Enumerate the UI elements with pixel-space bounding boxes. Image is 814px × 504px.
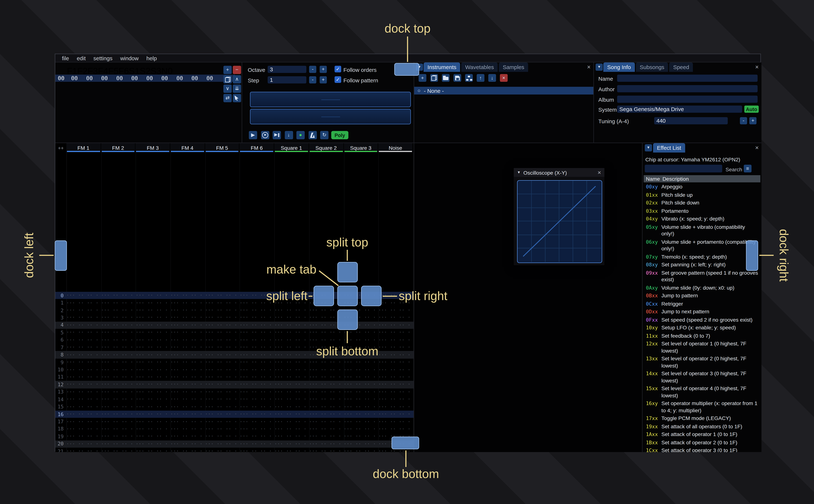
pattern-cell[interactable]: ··· ·· ·· ···	[169, 360, 203, 365]
pattern-cell[interactable]: ··· ·· ·· ···	[134, 323, 169, 328]
pattern-cell[interactable]: ··· ·· ·· ···	[169, 389, 203, 394]
pattern-cell[interactable]: ··· ·· ·· ···	[134, 389, 169, 394]
effect-row[interactable]: 05xyVolume slide + vibrato (compatibilit…	[644, 223, 761, 238]
pattern-cell[interactable]: ··· ·· ·· ···	[238, 345, 273, 350]
split-target-bottom[interactable]	[337, 309, 358, 330]
pattern-cell[interactable]: ··· ·· ·· ···	[377, 382, 412, 387]
pattern-cell[interactable]: ··· ·· ·· ···	[273, 441, 307, 446]
pattern-cell[interactable]: ··· ·· ·· ···	[169, 323, 203, 328]
pattern-cell[interactable]: ··· ·· ·· ···	[203, 449, 238, 452]
pattern-cell[interactable]: ··· ·· ·· ···	[203, 427, 238, 432]
pattern-cell[interactable]: ··· ·· ·· ···	[134, 434, 169, 439]
pattern-cell[interactable]: ··· ·· ·· ···	[65, 382, 99, 387]
pattern-cell[interactable]: ··· ·· ·· ···	[203, 323, 238, 328]
pattern-cell[interactable]: ··· ·· ·· ···	[169, 419, 203, 424]
pattern-cell[interactable]: ··· ·· ·· ···	[99, 315, 134, 320]
pattern-cell[interactable]: ··· ·· ·· ···	[203, 434, 238, 439]
pattern-cell[interactable]: ··· ·· ·· ···	[307, 419, 342, 424]
step-input[interactable]: 1	[268, 76, 306, 83]
save-instrument-button[interactable]	[454, 74, 461, 82]
order-cell[interactable]: 00	[187, 75, 202, 81]
pattern-cell[interactable]: ··· ·· ·· ···	[342, 389, 377, 394]
pattern-cell[interactable]: ··· ·· ·· ···	[342, 404, 377, 409]
song-author-input[interactable]	[617, 85, 758, 92]
tab-instruments[interactable]: Instruments	[424, 62, 460, 72]
effect-row[interactable]: 0CxxRetrigger	[644, 300, 761, 308]
pattern-cell[interactable]: ··· ·· ·· ···	[169, 315, 203, 320]
pattern-cell[interactable]: ··· ·· ·· ···	[377, 367, 412, 372]
pattern-cell[interactable]: ··· ·· ·· ···	[377, 337, 412, 342]
pattern-cell[interactable]: ··· ·· ·· ···	[203, 345, 238, 350]
order-cell[interactable]: 00	[82, 75, 97, 81]
pattern-cell[interactable]: ··· ·· ·· ···	[99, 345, 134, 350]
pattern-cell[interactable]: ··· ·· ·· ···	[238, 352, 273, 357]
pattern-cell[interactable]: ··· ·· ·· ···	[65, 389, 99, 394]
pattern-cell[interactable]: ··· ·· ·· ···	[377, 345, 412, 350]
menu-item-window[interactable]: window	[116, 54, 142, 62]
pattern-cell[interactable]: ··· ·· ·· ···	[342, 412, 377, 417]
pattern-cell[interactable]: ··· ·· ·· ···	[203, 412, 238, 417]
pattern-cell[interactable]: ··· ·· ·· ···	[377, 360, 412, 365]
order-cell[interactable]: 00	[67, 75, 82, 81]
duplicate-instrument-button[interactable]	[430, 74, 438, 82]
pattern-cell[interactable]: ··· ·· ·· ···	[134, 441, 169, 446]
pattern-cell[interactable]: ··· ·· ·· ···	[65, 375, 99, 380]
pattern-cell[interactable]: ··· ·· ·· ···	[169, 441, 203, 446]
duplicate-order-button[interactable]	[223, 75, 232, 83]
effect-row[interactable]: 0BxxJump to pattern	[644, 292, 761, 300]
pattern-cell[interactable]: ··· ·· ·· ···	[134, 308, 169, 313]
move-instrument-down-button[interactable]: ↓	[488, 74, 496, 82]
remove-order-button[interactable]: −	[233, 66, 241, 74]
pattern-cell[interactable]: ··· ·· ·· ···	[169, 293, 203, 298]
octave-decrease-button[interactable]: -	[309, 66, 316, 73]
effect-row[interactable]: 15xxSet level of operator 4 (0 highest, …	[644, 385, 761, 400]
pattern-cell[interactable]: ··· ·· ·· ···	[65, 397, 99, 402]
pattern-cell[interactable]: ··· ·· ·· ···	[342, 397, 377, 402]
effect-row[interactable]: 1CxxSet attack of operator 3 (0 to 1F)	[644, 447, 761, 452]
pattern-cell[interactable]: ··· ·· ·· ···	[273, 389, 307, 394]
effect-row[interactable]: 08xySet panning (x: left; y: right)	[644, 261, 761, 269]
pattern-cell[interactable]: ··· ·· ·· ···	[273, 323, 307, 328]
pattern-cell[interactable]: ··· ·· ·· ···	[273, 337, 307, 342]
add-instrument-button[interactable]: +	[419, 74, 427, 82]
effect-row[interactable]: 07xyTremolo (x: speed; y: depth)	[644, 253, 761, 261]
pattern-cell[interactable]: ··· ·· ·· ···	[238, 404, 273, 409]
pattern-cell[interactable]: ··· ·· ·· ···	[203, 441, 238, 446]
pattern-cell[interactable]: ··· ·· ·· ···	[169, 345, 203, 350]
pattern-cell[interactable]: ··· ·· ·· ···	[169, 449, 203, 452]
duplicate-order-end-button[interactable]: ⇊	[233, 85, 241, 93]
pattern-cell[interactable]: ··· ·· ·· ···	[377, 308, 412, 313]
pattern-cell[interactable]: ··· ·· ·· ···	[99, 389, 134, 394]
pattern-cell[interactable]: ··· ·· ·· ···	[273, 449, 307, 452]
order-edit-mode-button[interactable]	[233, 94, 241, 102]
pattern-cell[interactable]: ··· ·· ·· ···	[134, 330, 169, 335]
tuning-increase-button[interactable]: +	[749, 117, 757, 124]
pattern-cell[interactable]: ··· ·· ·· ···	[238, 397, 273, 402]
pattern-cell[interactable]: ··· ·· ·· ···	[273, 367, 307, 372]
menu-item-edit[interactable]: edit	[73, 54, 89, 62]
pattern-cell[interactable]: ··· ·· ·· ···	[273, 419, 307, 424]
pattern-cell[interactable]: ··· ·· ·· ···	[134, 315, 169, 320]
pattern-cell[interactable]: ··· ·· ·· ···	[307, 308, 342, 313]
menu-item-settings[interactable]: settings	[90, 54, 116, 62]
pattern-cell[interactable]: ··· ·· ·· ···	[377, 427, 412, 432]
pattern-cell[interactable]: ··· ·· ·· ···	[65, 300, 99, 305]
pattern-cell[interactable]: ··· ·· ·· ···	[203, 337, 238, 342]
pattern-cell[interactable]: ··· ·· ·· ···	[169, 434, 203, 439]
pattern-cell[interactable]: ··· ·· ·· ···	[238, 375, 273, 380]
pattern-cell[interactable]: ··· ·· ·· ···	[134, 427, 169, 432]
pattern-cell[interactable]: ··· ·· ·· ···	[342, 367, 377, 372]
move-order-up-button[interactable]: ∧	[233, 75, 241, 83]
pattern-cell[interactable]: ··· ·· ·· ···	[377, 389, 412, 394]
effect-row[interactable]: 00xyArpeggio	[644, 183, 761, 191]
metronome-button[interactable]	[308, 131, 317, 139]
pattern-cell[interactable]: ··· ·· ·· ···	[134, 382, 169, 387]
menu-item-help[interactable]: help	[142, 54, 161, 62]
pattern-cell[interactable]: ··· ·· ·· ···	[134, 352, 169, 357]
pattern-cell[interactable]: ··· ·· ·· ···	[169, 404, 203, 409]
pattern-cell[interactable]: ··· ·· ·· ···	[377, 404, 412, 409]
pattern-cell[interactable]: ··· ·· ·· ···	[307, 375, 342, 380]
close-icon[interactable]: ×	[755, 63, 759, 71]
dock-target-top[interactable]	[394, 63, 419, 76]
move-instrument-up-button[interactable]: ↑	[477, 74, 485, 82]
